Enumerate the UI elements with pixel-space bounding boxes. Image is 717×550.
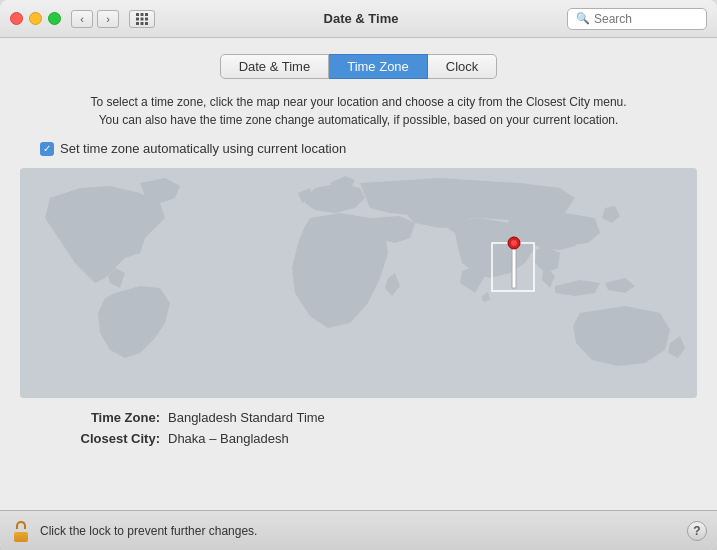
svg-rect-6 bbox=[136, 22, 139, 25]
lock-shackle bbox=[16, 521, 26, 529]
svg-rect-10 bbox=[512, 248, 516, 288]
description: To select a time zone, click the map nea… bbox=[20, 93, 697, 129]
map-info: Time Zone: Bangladesh Standard Time Clos… bbox=[20, 410, 697, 446]
lock-text: Click the lock to prevent further change… bbox=[40, 524, 679, 538]
bottom-bar: Click the lock to prevent further change… bbox=[0, 510, 717, 550]
city-value: Dhaka – Bangladesh bbox=[168, 431, 289, 446]
tab-time-zone[interactable]: Time Zone bbox=[329, 54, 428, 79]
help-button[interactable]: ? bbox=[687, 521, 707, 541]
world-map-svg[interactable] bbox=[20, 168, 697, 398]
checkmark-icon: ✓ bbox=[43, 144, 51, 154]
svg-rect-4 bbox=[141, 17, 144, 20]
forward-button[interactable]: › bbox=[97, 10, 119, 28]
search-bar[interactable]: 🔍 bbox=[567, 8, 707, 30]
search-icon: 🔍 bbox=[576, 12, 590, 25]
back-button[interactable]: ‹ bbox=[71, 10, 93, 28]
svg-rect-2 bbox=[145, 13, 148, 16]
traffic-lights bbox=[10, 12, 61, 25]
city-row: Closest City: Dhaka – Bangladesh bbox=[60, 431, 697, 446]
auto-timezone-checkbox[interactable]: ✓ bbox=[40, 142, 54, 156]
window: ‹ › Date & Time 🔍 Date & Time bbox=[0, 0, 717, 550]
timezone-label: Time Zone: bbox=[60, 410, 160, 425]
svg-rect-1 bbox=[141, 13, 144, 16]
tab-date-time[interactable]: Date & Time bbox=[220, 54, 330, 79]
close-button[interactable] bbox=[10, 12, 23, 25]
tab-clock[interactable]: Clock bbox=[428, 54, 498, 79]
window-title: Date & Time bbox=[155, 11, 567, 26]
city-label: Closest City: bbox=[60, 431, 160, 446]
lock-icon[interactable] bbox=[10, 520, 32, 542]
content-area: Date & Time Time Zone Clock To select a … bbox=[0, 38, 717, 510]
svg-rect-0 bbox=[136, 13, 139, 16]
svg-rect-7 bbox=[141, 22, 144, 25]
lock-body bbox=[14, 532, 28, 542]
svg-rect-8 bbox=[145, 22, 148, 25]
svg-rect-3 bbox=[136, 17, 139, 20]
nav-buttons: ‹ › bbox=[71, 10, 119, 28]
description-line2: You can also have the time zone change a… bbox=[20, 111, 697, 129]
timezone-value: Bangladesh Standard Time bbox=[168, 410, 325, 425]
auto-timezone-row[interactable]: ✓ Set time zone automatically using curr… bbox=[20, 141, 697, 156]
tabs: Date & Time Time Zone Clock bbox=[20, 54, 697, 79]
grid-button[interactable] bbox=[129, 10, 155, 28]
description-line1: To select a time zone, click the map nea… bbox=[20, 93, 697, 111]
maximize-button[interactable] bbox=[48, 12, 61, 25]
world-map-container[interactable] bbox=[20, 168, 697, 398]
search-input[interactable] bbox=[594, 12, 698, 26]
titlebar: ‹ › Date & Time 🔍 bbox=[0, 0, 717, 38]
timezone-row: Time Zone: Bangladesh Standard Time bbox=[60, 410, 697, 425]
minimize-button[interactable] bbox=[29, 12, 42, 25]
svg-point-13 bbox=[511, 240, 517, 246]
svg-rect-5 bbox=[145, 17, 148, 20]
auto-timezone-label: Set time zone automatically using curren… bbox=[60, 141, 346, 156]
